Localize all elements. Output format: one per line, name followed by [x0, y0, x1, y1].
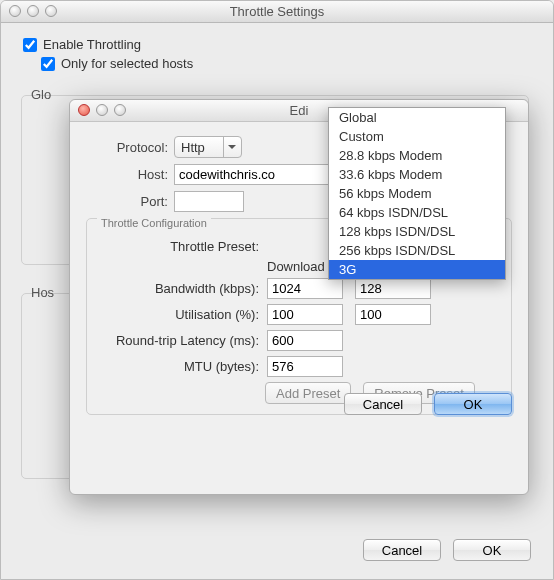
dialog-button-row: Cancel OK: [344, 393, 512, 415]
preset-option[interactable]: 56 kbps Modem: [329, 184, 505, 203]
outer-titlebar: Throttle Settings: [1, 1, 553, 23]
utilisation-upload-input[interactable]: [355, 304, 431, 325]
mtu-input[interactable]: [267, 356, 343, 377]
preset-option[interactable]: Custom: [329, 127, 505, 146]
preset-option[interactable]: 28.8 kbps Modem: [329, 146, 505, 165]
only-selected-checkbox[interactable]: [41, 57, 55, 71]
preset-option[interactable]: 3G: [329, 260, 505, 279]
global-group-label-stub: Glo: [31, 87, 51, 102]
host-label: Host:: [86, 167, 168, 182]
dialog-zoom-icon: [114, 104, 126, 116]
close-icon[interactable]: [9, 5, 21, 17]
hosts-group-label-stub: Hos: [31, 285, 54, 300]
outer-cancel-button[interactable]: Cancel: [363, 539, 441, 561]
enable-throttling-checkbox[interactable]: [23, 38, 37, 52]
utilisation-row: Utilisation (%):: [97, 304, 501, 325]
bandwidth-label: Bandwidth (kbps):: [97, 281, 259, 296]
outer-ok-button[interactable]: OK: [453, 539, 531, 561]
enable-throttling-label: Enable Throttling: [43, 37, 141, 52]
utilisation-label: Utilisation (%):: [97, 307, 259, 322]
mtu-label: MTU (bytes):: [97, 359, 259, 374]
traffic-lights: [9, 5, 57, 17]
port-input[interactable]: [174, 191, 244, 212]
throttle-preset-label: Throttle Preset:: [97, 239, 259, 254]
zoom-icon[interactable]: [45, 5, 57, 17]
bandwidth-download-input[interactable]: [267, 278, 343, 299]
utilisation-download-input[interactable]: [267, 304, 343, 325]
minimize-icon[interactable]: [27, 5, 39, 17]
mtu-row: MTU (bytes):: [97, 356, 501, 377]
protocol-label: Protocol:: [86, 140, 168, 155]
enable-throttling-row: Enable Throttling: [23, 37, 537, 52]
dialog-traffic-lights: [78, 104, 126, 116]
bandwidth-row: Bandwidth (kbps):: [97, 278, 501, 299]
edit-host-dialog: Edi Protocol: Http Host: Port: Throttle …: [69, 99, 529, 495]
bandwidth-upload-input[interactable]: [355, 278, 431, 299]
preset-option[interactable]: 256 kbps ISDN/DSL: [329, 241, 505, 260]
only-selected-label: Only for selected hosts: [61, 56, 193, 71]
latency-input[interactable]: [267, 330, 343, 351]
dialog-close-icon[interactable]: [78, 104, 90, 116]
port-label: Port:: [86, 194, 168, 209]
dialog-minimize-icon: [96, 104, 108, 116]
preset-option[interactable]: 128 kbps ISDN/DSL: [329, 222, 505, 241]
outer-button-row: Cancel OK: [363, 539, 531, 561]
latency-label: Round-trip Latency (ms):: [97, 333, 259, 348]
dialog-ok-button[interactable]: OK: [434, 393, 512, 415]
preset-option[interactable]: 33.6 kbps Modem: [329, 165, 505, 184]
preset-option[interactable]: 64 kbps ISDN/DSL: [329, 203, 505, 222]
outer-body: Enable Throttling Only for selected host…: [1, 23, 553, 89]
chevron-down-icon: [223, 137, 239, 157]
only-selected-row: Only for selected hosts: [41, 56, 537, 71]
add-preset-button[interactable]: Add Preset: [265, 382, 351, 404]
dialog-title: Edi: [290, 103, 309, 118]
throttle-config-legend: Throttle Configuration: [97, 217, 211, 229]
preset-option[interactable]: Global: [329, 108, 505, 127]
throttle-preset-dropdown[interactable]: GlobalCustom28.8 kbps Modem33.6 kbps Mod…: [328, 107, 506, 280]
protocol-select[interactable]: Http: [174, 136, 242, 158]
window-title: Throttle Settings: [230, 4, 325, 19]
latency-row: Round-trip Latency (ms):: [97, 330, 501, 351]
dialog-cancel-button[interactable]: Cancel: [344, 393, 422, 415]
protocol-value: Http: [181, 140, 205, 155]
